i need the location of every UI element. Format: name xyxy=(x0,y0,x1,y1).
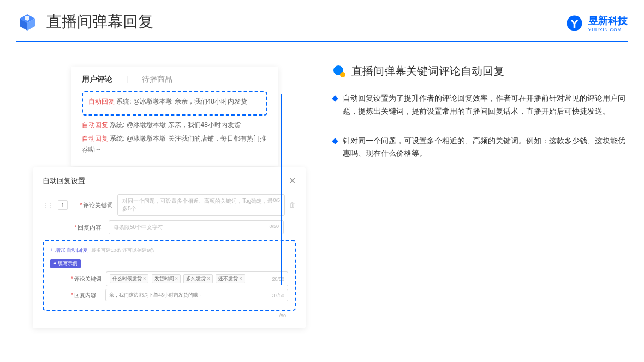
auto-reply-tag: 自动回复 xyxy=(82,135,108,142)
bubble-icon xyxy=(333,65,346,78)
add-hint: 最多可建10条 还可以创建9条 xyxy=(91,248,155,253)
diamond-bullet-icon xyxy=(332,138,338,144)
brand-icon xyxy=(565,14,584,33)
diamond-bullet-icon xyxy=(332,95,338,101)
highlighted-reply: 自动回复 系统: @冰墩墩本墩 亲亲，我们48小时内发货 xyxy=(82,91,267,116)
brand-logo-block: 昱新科技 YUUXIN.COM xyxy=(565,14,628,33)
delete-icon[interactable]: 🗑 xyxy=(289,201,296,209)
modal-title: 自动回复设置 xyxy=(43,176,85,186)
brand-sub: YUUXIN.COM xyxy=(588,27,628,32)
reply-text-2: 系统: @冰墩墩本墩 亲亲，我们48小时内发货 xyxy=(108,121,241,129)
rule-index: 1 xyxy=(58,200,68,210)
ex-content-count: 37/50 xyxy=(272,293,284,298)
outer-count: /50 xyxy=(43,313,296,318)
bullet-text-2: 针对同一个问题，可设置多个相近的、高频的关键词。例如：这款多少钱、这块能优惠吗、… xyxy=(343,135,628,161)
ex-content-input[interactable]: 亲，我们这边都是下单48小时内发货的哦～ 37/50 xyxy=(105,289,288,301)
section-title: 直播间弹幕关键词评论自动回复 xyxy=(351,64,504,79)
connector-line xyxy=(281,94,282,285)
kw-tag[interactable]: 还不发货× xyxy=(216,274,245,283)
tab-user-comments[interactable]: 用户评论 xyxy=(82,75,112,85)
content-input[interactable]: 每条限50个中文字符0/50 xyxy=(109,220,284,234)
kw-tag[interactable]: 发货时间× xyxy=(152,274,181,283)
add-reply-link[interactable]: + 增加自动回复 xyxy=(50,247,88,253)
reply-text-1: 系统: @冰墩墩本墩 亲亲，我们48小时内发货 xyxy=(115,98,247,105)
keyword-input[interactable]: 对同一个问题，可设置多个相近、高频的关键词，Tag确定，最多5个0/5 xyxy=(117,194,285,216)
example-section: + 增加自动回复最多可建10条 还可以创建9条 ● 填写示例 *评论关键词 什么… xyxy=(43,240,296,311)
content-count: 0/50 xyxy=(269,224,279,231)
label-keyword: 评论关键词 xyxy=(83,202,113,208)
ex-kw-count: 20/50 xyxy=(272,276,284,282)
comment-panel: 用户评论 | 待播商品 自动回复 系统: @冰墩墩本墩 亲亲，我们48小时内发货… xyxy=(71,67,278,166)
keyword-count: 0/5 xyxy=(273,197,280,213)
ex-keyword-input[interactable]: 什么时候发货× 发货时间× 多久发货× 还不发货× 20/50 xyxy=(106,272,288,286)
settings-modal: 自动回复设置 ✕ ⋮⋮ 1 *评论关键词 对同一个问题，可设置多个相近、高频的关… xyxy=(33,167,306,328)
example-badge: ● 填写示例 xyxy=(50,259,81,268)
drag-handle-icon[interactable]: ⋮⋮ xyxy=(43,202,53,208)
close-icon[interactable]: ✕ xyxy=(289,176,296,186)
auto-reply-tag: 自动回复 xyxy=(82,121,108,129)
svg-point-5 xyxy=(340,72,345,77)
bullet-text-1: 自动回复设置为了提升作者的评论回复效率，作者可在开播前针对常见的评论用户问题，提… xyxy=(343,92,628,118)
cube-icon xyxy=(16,11,38,33)
kw-tag[interactable]: 什么时候发货× xyxy=(110,274,148,283)
tab-separator: | xyxy=(126,75,128,85)
tab-pending-goods[interactable]: 待播商品 xyxy=(142,75,172,85)
ex-label-content: 回复内容 xyxy=(74,292,96,298)
kw-tag[interactable]: 多久发货× xyxy=(183,274,212,283)
page-title: 直播间弹幕回复 xyxy=(46,11,153,32)
reply-text-3: 系统: @冰墩墩本墩 关注我们的店铺，每日都有热门推荐呦～ xyxy=(82,135,266,153)
ex-label-keyword: 评论关键词 xyxy=(74,276,102,282)
brand-name: 昱新科技 xyxy=(588,14,628,27)
auto-reply-tag: 自动回复 xyxy=(88,98,115,105)
label-content: 回复内容 xyxy=(77,224,102,231)
